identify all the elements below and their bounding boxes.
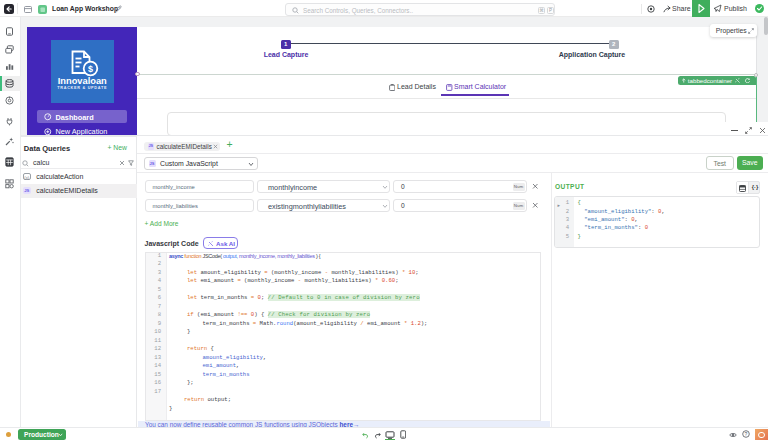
svg-text:?: ?: [745, 431, 748, 437]
svg-text:$: $: [87, 63, 92, 73]
